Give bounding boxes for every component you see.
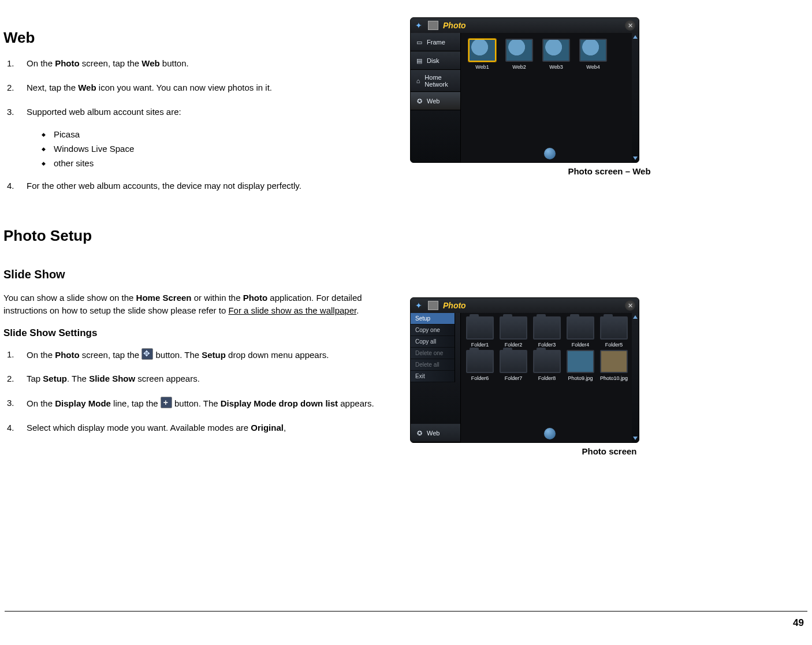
sidebar-item-web[interactable]: ✪Web (411, 424, 460, 442)
settings-steps: 1. On the Photo screen, tap the button. … (3, 348, 404, 434)
close-icon[interactable]: ✕ (625, 20, 635, 31)
sidebar-item-home-network[interactable]: ⌂Home Network (411, 70, 460, 92)
menu-icon[interactable]: ✦ (414, 301, 423, 310)
web-steps-cont: 4. For the other web album accounts, the… (3, 180, 404, 192)
app-header: ✦ Photo ✕ (411, 298, 639, 313)
web-subsites: Picasa Windows Live Space other sites (3, 129, 404, 168)
folder-thumb[interactable]: Folder3 (531, 316, 563, 348)
step-body: Select which display mode you want. Avai… (27, 422, 404, 434)
photo-icon (428, 21, 438, 30)
thumbnails: Folder1 Folder2 Folder3 Folder4 Folder5 … (461, 313, 639, 381)
figure-caption: Photo screen (410, 446, 809, 456)
info-button[interactable] (544, 148, 556, 159)
app-main: Web1 Web2 Web3 Web4 (461, 33, 639, 162)
step-number: 2. (7, 81, 27, 94)
web-thumb[interactable]: Web3 (541, 39, 572, 70)
figure-photo-web: ✦ Photo ✕ ▭Frame ▤Disk ⌂Home Network ✪We… (410, 17, 809, 176)
photo-thumb[interactable]: Photo10.jpg (598, 350, 630, 381)
app-sidebar: Setup Copy one Copy all Delete one Delet… (411, 313, 461, 442)
web-thumb[interactable]: Web2 (504, 39, 535, 70)
sidebar-item-web[interactable]: ✪Web (411, 92, 460, 110)
web-steps: 1. On the Photo screen, tap the Web butt… (3, 57, 404, 118)
menu-item-delete-one[interactable]: Delete one (411, 348, 455, 359)
globe-icon: ✪ (415, 98, 423, 105)
photo-thumb[interactable]: Photo9.jpg (565, 350, 596, 381)
folder-thumb[interactable]: Folder5 (598, 316, 630, 348)
list-item: other sites (42, 158, 404, 168)
list-item: Windows Live Space (42, 144, 404, 154)
menu-item-setup[interactable]: Setup (411, 313, 455, 325)
app-title: Photo (443, 301, 466, 310)
heading-slide-show-settings: Slide Show Settings (3, 327, 404, 339)
menu-item-exit[interactable]: Exit (411, 371, 455, 382)
photo-app-window: ✦ Photo ✕ Setup Copy one Copy all Delete… (410, 297, 639, 443)
step-body: For the other web album accounts, the de… (27, 180, 404, 192)
menu-icon[interactable]: ✦ (414, 21, 423, 30)
heading-photo-setup: Photo Setup (3, 227, 404, 245)
photo-icon (428, 301, 438, 310)
step-body: Next, tap the Web icon you want. You can… (27, 81, 404, 94)
step-body: Tap Setup. The Slide Show screen appears… (27, 372, 404, 385)
scrollbar[interactable] (632, 33, 639, 162)
page-footer: 49 (0, 611, 812, 629)
scrollbar[interactable] (632, 313, 639, 442)
heading-web: Web (3, 29, 404, 47)
step-body: Supported web album account sites are: (27, 106, 404, 118)
slide-show-paragraph: You can show a slide show on the Home Sc… (3, 292, 404, 317)
app-sidebar: ▭Frame ▤Disk ⌂Home Network ✪Web (411, 33, 461, 162)
folder-thumb[interactable]: Folder8 (531, 350, 563, 381)
menu-item-copy-all[interactable]: Copy all (411, 336, 455, 348)
footer-divider (5, 611, 807, 612)
figure-photo-setup: ✦ Photo ✕ Setup Copy one Copy all Delete… (410, 297, 809, 456)
right-column: ✦ Photo ✕ ▭Frame ▤Disk ⌂Home Network ✪We… (404, 17, 809, 460)
thumbnails: Web1 Web2 Web3 Web4 (461, 33, 639, 70)
app-title: Photo (443, 21, 466, 30)
sidebar-item-disk[interactable]: ▤Disk (411, 51, 460, 70)
home-icon: ⌂ (415, 77, 421, 84)
folder-thumb[interactable]: Folder6 (464, 350, 496, 381)
folder-thumb[interactable]: Folder1 (464, 316, 496, 348)
step-body: On the Photo screen, tap the Web button. (27, 57, 404, 70)
step-number: 4. (7, 180, 27, 192)
menu-item-delete-all[interactable]: Delete all (411, 359, 455, 371)
folder-thumb[interactable]: Folder7 (498, 350, 529, 381)
app-main: Folder1 Folder2 Folder3 Folder4 Folder5 … (461, 313, 639, 442)
step-number: 2. (7, 372, 27, 385)
web-thumb[interactable]: Web1 (467, 39, 498, 70)
step-number: 1. (7, 57, 27, 70)
heading-slide-show: Slide Show (3, 268, 404, 281)
setup-menu-icon (141, 348, 153, 360)
plus-icon (161, 397, 172, 408)
step-number: 3. (7, 106, 27, 118)
link-wallpaper-ref[interactable]: For a slide show as the wallpaper (228, 305, 356, 315)
app-bottom-bar (461, 425, 639, 442)
globe-icon: ✪ (415, 430, 423, 437)
step-body: On the Photo screen, tap the button. The… (27, 348, 404, 361)
step-number: 3. (7, 397, 27, 410)
list-item: Picasa (42, 129, 404, 139)
web-thumb[interactable]: Web4 (578, 39, 609, 70)
figure-caption: Photo screen – Web (410, 166, 809, 176)
page-number: 49 (0, 617, 812, 629)
folder-thumb[interactable]: Folder4 (565, 316, 596, 348)
info-button[interactable] (544, 428, 556, 439)
photo-app-window: ✦ Photo ✕ ▭Frame ▤Disk ⌂Home Network ✪We… (410, 17, 639, 163)
left-column: Web 1. On the Photo screen, tap the Web … (0, 17, 404, 460)
disk-icon: ▤ (415, 57, 423, 65)
app-bottom-bar (461, 145, 639, 162)
folder-thumb[interactable]: Folder2 (498, 316, 529, 348)
close-icon[interactable]: ✕ (625, 300, 635, 311)
step-number: 4. (7, 422, 27, 434)
app-header: ✦ Photo ✕ (411, 18, 639, 33)
setup-dropdown-menu: Setup Copy one Copy all Delete one Delet… (411, 313, 455, 382)
step-body: On the Display Mode line, tap the button… (27, 397, 404, 410)
sidebar-item-frame[interactable]: ▭Frame (411, 33, 460, 51)
menu-item-copy-one[interactable]: Copy one (411, 325, 455, 336)
step-number: 1. (7, 348, 27, 361)
frame-icon: ▭ (415, 39, 423, 46)
